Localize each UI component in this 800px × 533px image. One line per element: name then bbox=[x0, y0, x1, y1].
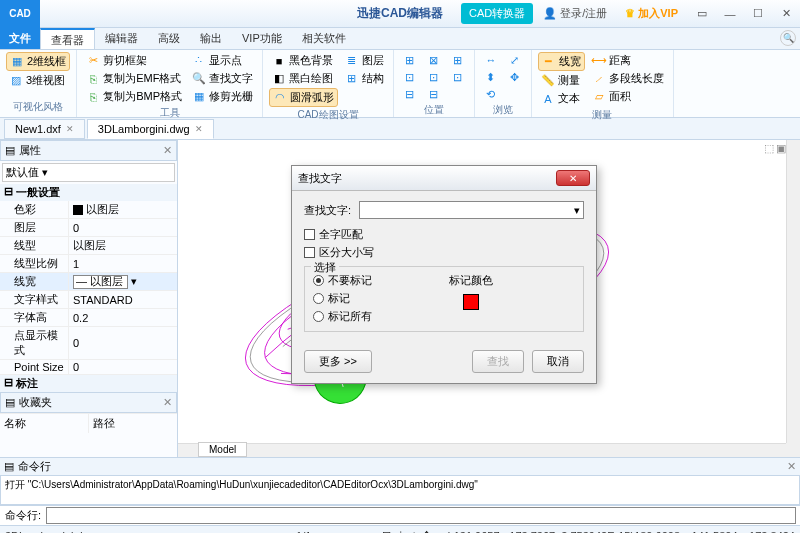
prop-section[interactable]: ⊟一般设置 bbox=[0, 184, 177, 201]
lineweight-button[interactable]: ━线宽 bbox=[538, 52, 585, 71]
mark-all-radio[interactable]: 标记所有 bbox=[313, 309, 439, 324]
cmdline-input[interactable] bbox=[46, 507, 796, 524]
prop-value[interactable]: 以图层 bbox=[68, 201, 177, 218]
structure-button[interactable]: ⊞结构 bbox=[342, 70, 387, 87]
close-icon[interactable]: ✕ bbox=[195, 124, 203, 134]
cancel-button[interactable]: 取消 bbox=[532, 350, 584, 373]
area-button[interactable]: ▱面积 bbox=[589, 88, 667, 105]
tab-vip[interactable]: VIP功能 bbox=[232, 28, 292, 49]
tab-related[interactable]: 相关软件 bbox=[292, 28, 356, 49]
text-tool-button[interactable]: A文本 bbox=[538, 90, 585, 107]
trim-raster-button[interactable]: ▦修剪光栅 bbox=[189, 88, 256, 105]
login-button[interactable]: 👤登录/注册 bbox=[535, 3, 615, 24]
nav-button[interactable]: ⟲ bbox=[481, 86, 501, 102]
nav-button[interactable]: ⬍ bbox=[481, 69, 501, 85]
status-icon[interactable]: ✥ bbox=[422, 529, 431, 533]
group-label: 可视化风格 bbox=[6, 99, 70, 115]
find-button[interactable]: 查找 bbox=[472, 350, 524, 373]
tab-viewer[interactable]: 查看器 bbox=[40, 28, 95, 49]
show-points-button[interactable]: ∴显示点 bbox=[189, 52, 256, 69]
file-menu[interactable]: 文件 bbox=[0, 28, 40, 49]
pos-button[interactable]: ⊞ bbox=[400, 52, 420, 68]
properties-header: ▤属性✕ bbox=[0, 140, 177, 161]
nav-button[interactable]: ✥ bbox=[505, 69, 525, 85]
property-select[interactable]: 默认值 ▾ bbox=[2, 163, 175, 182]
panel-close-icon[interactable]: ✕ bbox=[787, 460, 796, 473]
dialog-close-button[interactable]: ✕ bbox=[556, 170, 590, 186]
float-icon[interactable]: ⬚ bbox=[764, 142, 774, 155]
prop-value[interactable]: 1 bbox=[68, 255, 177, 272]
measure-button[interactable]: 📏测量 bbox=[538, 72, 585, 89]
smooth-arc-button[interactable]: ◠圆滑弧形 bbox=[269, 88, 338, 107]
whole-word-checkbox[interactable]: 全字匹配 bbox=[304, 227, 584, 242]
doc-tab[interactable]: 3DLamborgini.dwg✕ bbox=[87, 119, 214, 139]
copy-icon: ⎘ bbox=[86, 90, 100, 104]
panel-close-icon[interactable]: ✕ bbox=[163, 396, 172, 409]
prop-value[interactable]: 以图层 bbox=[68, 237, 177, 254]
panel-close-icon[interactable]: ✕ bbox=[163, 144, 172, 157]
prop-value[interactable]: STANDARD bbox=[68, 291, 177, 308]
distance-button[interactable]: ⟷距离 bbox=[589, 52, 667, 69]
status-icon[interactable]: ⊥ bbox=[396, 529, 406, 533]
close-button[interactable]: ✕ bbox=[772, 2, 800, 26]
model-tab[interactable]: Model bbox=[198, 442, 247, 457]
dots-icon: ∴ bbox=[192, 54, 206, 68]
ruler-icon: 📏 bbox=[541, 74, 555, 88]
wireframe-2d-button[interactable]: ▦2维线框 bbox=[6, 52, 70, 71]
prop-value[interactable]: ▾ bbox=[68, 273, 177, 290]
mark-color-swatch[interactable] bbox=[463, 294, 479, 310]
polyline-len-button[interactable]: ⟋多段线长度 bbox=[589, 70, 667, 87]
pos-button[interactable]: ⊡ bbox=[400, 69, 420, 85]
prop-value[interactable]: 0.2 bbox=[68, 309, 177, 326]
crop-frame-button[interactable]: ✂剪切框架 bbox=[83, 52, 185, 69]
pos-button[interactable]: ⊠ bbox=[424, 52, 444, 68]
maximize-button[interactable]: ☐ bbox=[744, 2, 772, 26]
tab-editor[interactable]: 编辑器 bbox=[95, 28, 148, 49]
nav-button[interactable]: ↔ bbox=[481, 52, 501, 68]
pos-button[interactable]: ⊞ bbox=[448, 52, 468, 68]
tab-advanced[interactable]: 高级 bbox=[148, 28, 190, 49]
prop-value[interactable]: 0 bbox=[68, 219, 177, 236]
nav-button[interactable]: ⤢ bbox=[505, 52, 525, 68]
pos-button[interactable]: ⊡ bbox=[424, 69, 444, 85]
status-icon[interactable]: ⊞ bbox=[382, 529, 391, 533]
close-icon[interactable]: ✕ bbox=[66, 124, 74, 134]
find-text-input[interactable]: ▾ bbox=[359, 201, 584, 219]
pos-button[interactable]: ⊡ bbox=[448, 69, 468, 85]
square-icon: ■ bbox=[272, 54, 286, 68]
no-mark-radio[interactable]: 不要标记 bbox=[313, 273, 439, 288]
status-icon[interactable]: ⸽ bbox=[411, 530, 417, 534]
prop-section[interactable]: ⊟标注 bbox=[0, 375, 177, 392]
search-icon[interactable]: 🔍 bbox=[780, 30, 796, 46]
tab-output[interactable]: 输出 bbox=[190, 28, 232, 49]
view-3d-button[interactable]: ▨3维视图 bbox=[6, 72, 70, 89]
vertical-scrollbar[interactable] bbox=[786, 140, 800, 443]
horizontal-scrollbar[interactable] bbox=[178, 443, 786, 457]
bw-draw-button[interactable]: ◧黑白绘图 bbox=[269, 70, 338, 87]
max-icon[interactable]: ▣ bbox=[776, 142, 786, 155]
mark-radio[interactable]: 标记 bbox=[313, 291, 439, 306]
lineweight-input[interactable] bbox=[73, 275, 128, 289]
prop-value[interactable]: 0 bbox=[68, 327, 177, 359]
window-button[interactable]: ▭ bbox=[688, 2, 716, 26]
pos-button[interactable]: ⊟ bbox=[424, 86, 444, 102]
doc-tab[interactable]: New1.dxf✕ bbox=[4, 119, 85, 139]
prop-key: 线宽 bbox=[0, 273, 68, 290]
grid-icon: ⊡ bbox=[427, 70, 441, 84]
vip-button[interactable]: ♛加入VIP bbox=[617, 3, 686, 24]
prop-key: Point Size bbox=[0, 360, 68, 374]
fav-col-path: 路径 bbox=[89, 414, 177, 433]
copy-bmp-button[interactable]: ⎘复制为BMP格式 bbox=[83, 88, 185, 105]
layers-button[interactable]: ≣图层 bbox=[342, 52, 387, 69]
find-text-button[interactable]: 🔍查找文字 bbox=[189, 70, 256, 87]
prop-value[interactable]: 0 bbox=[68, 360, 177, 374]
app-icon: CAD bbox=[0, 0, 40, 28]
grid-icon: ⊟ bbox=[403, 87, 417, 101]
more-button[interactable]: 更多 >> bbox=[304, 350, 372, 373]
case-sensitive-checkbox[interactable]: 区分大小写 bbox=[304, 245, 584, 260]
cad-converter-button[interactable]: CAD转换器 bbox=[461, 3, 533, 24]
minimize-button[interactable]: — bbox=[716, 2, 744, 26]
copy-emf-button[interactable]: ⎘复制为EMF格式 bbox=[83, 70, 185, 87]
pos-button[interactable]: ⊟ bbox=[400, 86, 420, 102]
black-bg-button[interactable]: ■黑色背景 bbox=[269, 52, 338, 69]
